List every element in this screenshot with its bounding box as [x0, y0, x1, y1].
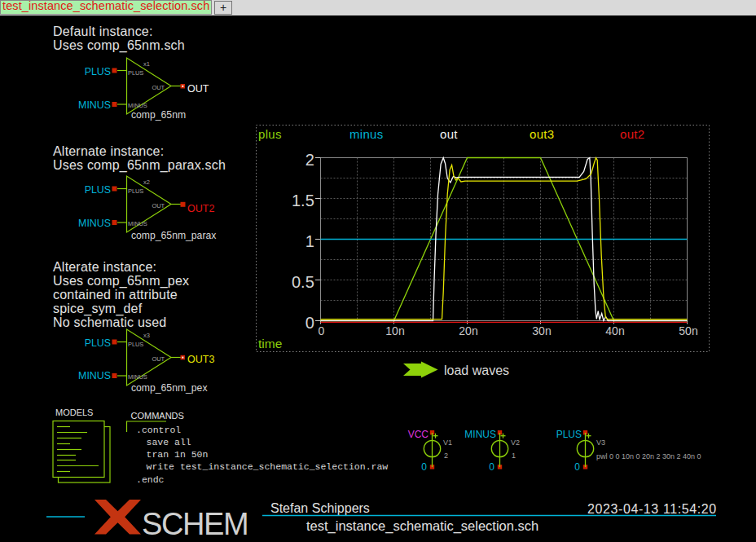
- svg-text:OUT: OUT: [152, 355, 165, 363]
- svg-text:.control: .control: [136, 425, 181, 435]
- svg-text:MINUS: MINUS: [78, 370, 111, 381]
- svg-text:0: 0: [489, 461, 494, 473]
- svg-text:MINUS: MINUS: [128, 102, 147, 109]
- svg-text:2023-04-13 11:54:20: 2023-04-13 11:54:20: [587, 502, 717, 516]
- svg-text:plus: plus: [258, 127, 282, 141]
- svg-text:x1: x1: [143, 60, 150, 68]
- svg-text:0.5: 0.5: [292, 273, 314, 291]
- svg-text:No schematic used: No schematic used: [53, 315, 166, 329]
- svg-text:minus: minus: [349, 127, 384, 141]
- svg-text:1: 1: [512, 452, 516, 460]
- svg-text:SCHEM: SCHEM: [142, 507, 248, 541]
- svg-text:contained in attribute: contained in attribute: [53, 288, 178, 302]
- svg-text:COMMANDS: COMMANDS: [131, 411, 184, 421]
- svg-text:x3: x3: [143, 332, 150, 339]
- svg-text:2: 2: [305, 151, 314, 169]
- svg-text:OUT3: OUT3: [187, 354, 214, 365]
- svg-text:MINUS: MINUS: [128, 220, 147, 227]
- svg-text:test_instance_schematic_select: test_instance_schematic_selection.sch: [306, 518, 538, 534]
- svg-text:tran 1n 50n: tran 1n 50n: [147, 449, 209, 460]
- svg-text:MINUS: MINUS: [78, 99, 111, 111]
- svg-text:time: time: [258, 337, 282, 350]
- svg-text:out: out: [440, 127, 458, 141]
- svg-text:PLUS: PLUS: [85, 66, 111, 77]
- svg-text:PLUS: PLUS: [128, 341, 143, 348]
- svg-text:OUT: OUT: [152, 202, 165, 209]
- svg-text:PLUS: PLUS: [85, 184, 111, 196]
- svg-text:0: 0: [574, 461, 580, 473]
- svg-text:PLUS: PLUS: [128, 187, 143, 195]
- svg-text:PLUS: PLUS: [128, 69, 143, 77]
- svg-text:out2: out2: [620, 127, 644, 141]
- svg-text:40n: 40n: [605, 324, 624, 337]
- svg-text:write test_instance_schematic_: write test_instance_schematic_selection.…: [147, 461, 389, 472]
- svg-text:x2: x2: [143, 178, 150, 186]
- svg-text:2: 2: [444, 452, 448, 460]
- svg-text:PLUS: PLUS: [556, 429, 582, 440]
- svg-text:MODELS: MODELS: [55, 408, 93, 417]
- svg-text:comp_65nm_pex: comp_65nm_pex: [131, 382, 208, 394]
- svg-text:V2: V2: [511, 438, 520, 447]
- svg-text:10n: 10n: [385, 324, 404, 337]
- svg-text:.endc: .endc: [136, 474, 165, 485]
- svg-text:V1: V1: [443, 438, 452, 447]
- svg-text:50n: 50n: [679, 324, 697, 337]
- svg-text:V3: V3: [596, 438, 605, 447]
- svg-text:save all: save all: [147, 437, 191, 447]
- svg-text:Stefan Schippers: Stefan Schippers: [270, 501, 370, 515]
- svg-text:Uses comp_65nm.sch: Uses comp_65nm.sch: [53, 38, 185, 53]
- svg-text:load waves: load waves: [444, 364, 509, 377]
- svg-text:20n: 20n: [459, 324, 477, 337]
- svg-text:+: +: [220, 1, 226, 14]
- svg-text:1: 1: [305, 232, 314, 250]
- svg-text:Uses comp_65nm_parax.sch: Uses comp_65nm_parax.sch: [53, 158, 226, 173]
- svg-text:pwl 0 0 10n 0 20n 2 30n 2 40n: pwl 0 0 10n 0 20n 2 30n 2 40n 0: [596, 452, 701, 460]
- svg-text:spice_sym_def: spice_sym_def: [53, 302, 143, 316]
- svg-text:VCC: VCC: [408, 429, 429, 440]
- svg-text:MINUS: MINUS: [128, 373, 147, 381]
- svg-text:0: 0: [421, 461, 427, 473]
- svg-text:OUT2: OUT2: [187, 203, 214, 214]
- svg-text:test_instance_schematic_select: test_instance_schematic_selection.sch: [2, 0, 209, 12]
- svg-text:0: 0: [319, 324, 325, 337]
- svg-text:Alternate instance:: Alternate instance:: [53, 144, 164, 158]
- svg-text:30n: 30n: [532, 324, 551, 337]
- svg-text:OUT: OUT: [187, 83, 209, 95]
- svg-text:comp_65nm_parax: comp_65nm_parax: [131, 230, 216, 241]
- svg-text:1.5: 1.5: [292, 192, 314, 209]
- svg-text:Alterate instance:: Alterate instance:: [53, 260, 156, 274]
- svg-text:MINUS: MINUS: [464, 429, 496, 440]
- svg-text:OUT: OUT: [152, 84, 165, 91]
- svg-text:comp_65nm: comp_65nm: [131, 109, 186, 121]
- svg-text:out3: out3: [530, 127, 554, 141]
- svg-text:MINUS: MINUS: [78, 218, 111, 229]
- svg-text:0: 0: [305, 314, 314, 332]
- svg-text:Uses comp_65nm_pex: Uses comp_65nm_pex: [53, 274, 189, 289]
- svg-text:Default instance:: Default instance:: [53, 24, 153, 38]
- svg-text:PLUS: PLUS: [85, 337, 111, 349]
